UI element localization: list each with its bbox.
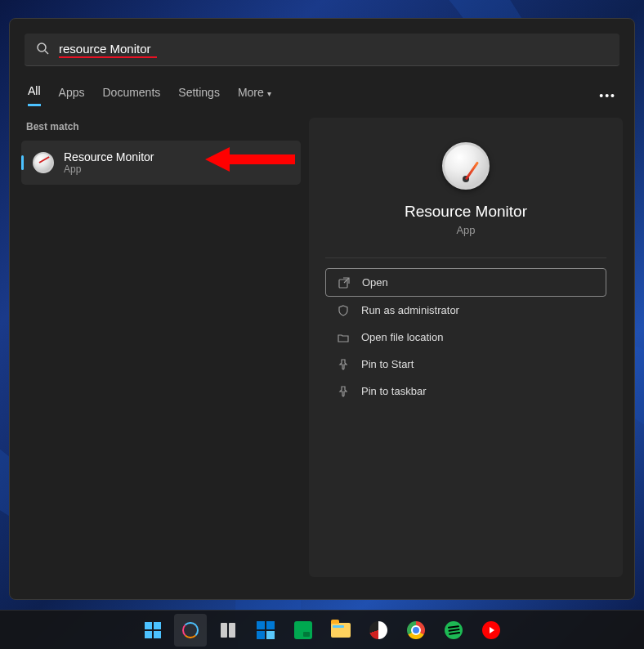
taskbar-explorer-button[interactable] <box>324 614 357 647</box>
more-options-button[interactable]: ••• <box>599 89 616 102</box>
search-input[interactable] <box>59 42 157 58</box>
tab-all[interactable]: All <box>28 84 41 106</box>
youtube-music-icon <box>482 621 500 639</box>
resource-monitor-icon <box>33 152 54 173</box>
taskbar-start-button[interactable] <box>136 614 169 647</box>
divider <box>325 257 606 258</box>
taskbar-youtube-music-button[interactable] <box>475 614 508 647</box>
svg-point-0 <box>38 43 46 51</box>
best-match-label: Best match <box>21 118 301 141</box>
svg-line-1 <box>45 51 48 54</box>
action-pin-taskbar[interactable]: Pin to taskbar <box>325 378 606 405</box>
result-text: Resource Monitor App <box>64 150 154 175</box>
taskbar-taskview-button[interactable] <box>212 614 244 647</box>
chrome-icon <box>407 621 425 639</box>
search-icon <box>36 42 49 58</box>
folder-icon <box>337 332 350 343</box>
taskbar <box>0 610 644 649</box>
chat-icon <box>294 621 312 639</box>
result-title: Resource Monitor <box>64 150 154 163</box>
pin-icon <box>337 386 350 397</box>
action-pin-taskbar-label: Pin to taskbar <box>361 385 427 397</box>
action-run-admin-label: Run as administrator <box>361 304 459 316</box>
search-icon <box>182 622 199 638</box>
start-search-panel: All Apps Documents Settings More▾ ••• Be… <box>9 18 635 600</box>
windows-logo-icon <box>145 622 161 638</box>
search-box-container <box>10 19 634 66</box>
widgets-icon <box>257 621 275 639</box>
results-list: Best match Resource Monitor App <box>21 118 301 577</box>
preview-title: Resource Monitor <box>405 203 527 221</box>
filter-tabs-row: All Apps Documents Settings More▾ ••• <box>10 66 634 118</box>
action-open-location-label: Open file location <box>361 331 443 343</box>
spotify-icon <box>445 621 463 639</box>
shield-icon <box>337 305 350 316</box>
action-pin-start[interactable]: Pin to Start <box>325 351 606 378</box>
tab-settings[interactable]: Settings <box>178 86 220 105</box>
tab-more[interactable]: More▾ <box>238 86 271 105</box>
filter-tabs: All Apps Documents Settings More▾ <box>28 84 271 106</box>
taskbar-app-button[interactable] <box>362 614 395 647</box>
tab-documents[interactable]: Documents <box>102 86 160 105</box>
preview-subtitle: App <box>456 224 475 236</box>
action-open-label: Open <box>362 276 388 289</box>
pin-icon <box>337 359 350 370</box>
tab-apps[interactable]: Apps <box>59 86 85 105</box>
preview-panel: Resource Monitor App Open Run as adminis… <box>309 118 623 577</box>
open-icon <box>338 277 351 289</box>
tab-more-label: More <box>238 86 264 99</box>
results-content: Best match Resource Monitor App Resource… <box>10 118 634 589</box>
action-pin-start-label: Pin to Start <box>361 358 414 370</box>
taskbar-spotify-button[interactable] <box>437 614 470 647</box>
preview-actions: Open Run as administrator Open file loca… <box>325 268 606 405</box>
taskbar-search-button[interactable] <box>174 614 207 647</box>
action-open-location[interactable]: Open file location <box>325 324 606 351</box>
folder-icon <box>331 623 351 638</box>
result-item-resource-monitor[interactable]: Resource Monitor App <box>21 141 301 185</box>
action-run-admin[interactable]: Run as administrator <box>325 297 606 324</box>
taskbar-widgets-button[interactable] <box>249 614 282 647</box>
annotation-arrow <box>205 139 295 180</box>
app-icon <box>369 621 387 639</box>
result-subtitle: App <box>64 163 154 175</box>
resource-monitor-icon-large <box>442 142 490 190</box>
taskbar-chrome-button[interactable] <box>400 614 432 647</box>
chevron-down-icon: ▾ <box>267 89 271 98</box>
action-open[interactable]: Open <box>325 268 606 297</box>
taskbar-chat-button[interactable] <box>287 614 320 647</box>
taskview-icon <box>221 623 235 638</box>
search-box[interactable] <box>25 34 619 66</box>
svg-marker-2 <box>205 147 295 172</box>
